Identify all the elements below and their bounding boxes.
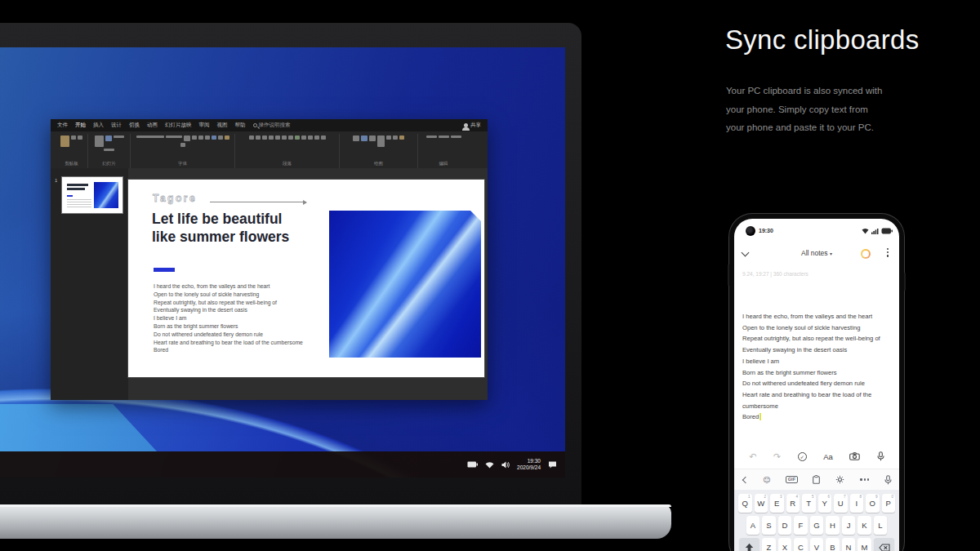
- more-menu-icon[interactable]: [887, 248, 889, 257]
- text-format-button[interactable]: Aa: [823, 452, 833, 461]
- slide-author-text: Tagore: [153, 193, 197, 204]
- key-n[interactable]: N: [842, 538, 856, 551]
- keyboard-row-2: A S D F G H J K L: [734, 516, 899, 535]
- tab-help[interactable]: 帮助: [235, 122, 246, 129]
- ribbon-group-slides[interactable]: 幻灯片: [88, 134, 131, 168]
- slide-number: 1: [55, 178, 57, 183]
- gif-button[interactable]: GIF: [786, 476, 797, 483]
- slide[interactable]: Tagore Let life be beautiful like summer…: [128, 180, 484, 377]
- mic-button[interactable]: [877, 451, 884, 461]
- tab-home[interactable]: 开始: [75, 122, 86, 129]
- status-time: 19:30: [759, 228, 773, 233]
- backspace-icon: [879, 544, 890, 551]
- tab-animations[interactable]: 动画: [147, 122, 158, 129]
- tab-view[interactable]: 视图: [217, 122, 228, 129]
- keyboard-row-1: 1Q 2W 3E 4R 5T 6Y 7U 8I 9O 0P: [734, 494, 899, 513]
- presentation-window: 文件 开始 插入 设计 切换 动画 幻灯片放映 审阅 视图 帮助 操作说明搜索 …: [51, 119, 488, 400]
- key-v[interactable]: V: [810, 538, 824, 551]
- key-i[interactable]: 8I: [850, 494, 864, 513]
- gboard-toolbar: ☺ GIF: [734, 469, 899, 490]
- key-l[interactable]: L: [874, 516, 888, 535]
- key-d[interactable]: D: [778, 516, 792, 535]
- arrow-line: [210, 202, 306, 202]
- tab-file[interactable]: 文件: [57, 122, 68, 129]
- battery-status-icon: [881, 228, 893, 234]
- windows-taskbar[interactable]: 19:30 2020/9/24: [0, 451, 565, 478]
- slide-canvas: Tagore Let life be beautiful like summer…: [128, 168, 488, 400]
- slide-image-blue-abstract: [329, 211, 481, 358]
- search-icon: [253, 123, 257, 127]
- keyboard-collapse-icon[interactable]: [742, 477, 747, 482]
- wifi-icon[interactable]: [485, 461, 494, 469]
- key-s[interactable]: S: [762, 516, 776, 535]
- notes-folder-selector[interactable]: All notes ▾: [734, 249, 899, 257]
- laptop-base: [0, 504, 671, 539]
- ribbon-tab-bar: 文件 开始 插入 设计 切换 动画 幻灯片放映 审阅 视图 帮助 操作说明搜索 …: [51, 119, 488, 131]
- phone: 19:30 All notes ▾ 9.24, 19:27 | 360 char…: [729, 214, 904, 551]
- todo-check-button[interactable]: ✓: [798, 452, 807, 461]
- ribbon: 剪贴板 幻灯片 字体: [51, 131, 488, 168]
- key-w[interactable]: 2W: [755, 494, 768, 513]
- tab-slideshow[interactable]: 幻灯片放映: [165, 122, 192, 129]
- page-description: Your PC clipboard is also synced with yo…: [726, 82, 882, 137]
- backspace-key[interactable]: [874, 538, 895, 551]
- undo-button[interactable]: ↶: [749, 451, 756, 462]
- phone-screen: 19:30 All notes ▾ 9.24, 19:27 | 360 char…: [734, 219, 899, 551]
- key-g[interactable]: G: [810, 516, 824, 535]
- punch-hole-camera: [746, 226, 755, 236]
- slide-title: Let life be beautiful like summer flower…: [152, 211, 289, 246]
- key-y[interactable]: 6Y: [818, 494, 832, 513]
- clipboard-button[interactable]: [813, 475, 820, 484]
- ribbon-group-paragraph[interactable]: 段落: [235, 134, 340, 168]
- tab-review[interactable]: 审阅: [199, 122, 210, 129]
- key-r[interactable]: 4R: [786, 494, 800, 513]
- battery-icon[interactable]: [467, 461, 478, 468]
- camera-button[interactable]: [849, 452, 860, 460]
- settings-gear-icon[interactable]: [835, 475, 844, 484]
- tab-insert[interactable]: 插入: [93, 122, 104, 129]
- action-center-icon[interactable]: [548, 460, 557, 469]
- sync-ring-icon[interactable]: [861, 249, 871, 259]
- tab-design[interactable]: 设计: [111, 122, 122, 129]
- key-c[interactable]: C: [794, 538, 808, 551]
- ribbon-group-drawing[interactable]: 绘图: [340, 134, 418, 168]
- share-button[interactable]: 共享: [464, 122, 481, 129]
- tell-me-search[interactable]: 操作说明搜索: [253, 122, 291, 129]
- voice-input-icon[interactable]: [884, 475, 892, 485]
- key-o[interactable]: 9O: [866, 494, 880, 513]
- dropdown-caret-icon: ▾: [830, 251, 832, 256]
- ppt-workspace: 1 Tagore Let life be beautiful like summ…: [51, 168, 488, 400]
- speaker-icon[interactable]: [501, 461, 510, 469]
- redo-button[interactable]: ↷: [773, 451, 781, 462]
- key-x[interactable]: X: [778, 538, 792, 551]
- person-icon: [464, 123, 468, 127]
- key-h[interactable]: H: [826, 516, 840, 535]
- key-k[interactable]: K: [858, 516, 871, 535]
- key-e[interactable]: 3E: [770, 494, 784, 513]
- tab-transitions[interactable]: 切换: [129, 122, 140, 129]
- key-m[interactable]: M: [858, 538, 871, 551]
- laptop-screen: 文件 开始 插入 设计 切换 动画 幻灯片放映 审阅 视图 帮助 操作说明搜索 …: [0, 47, 565, 478]
- more-options-icon[interactable]: [860, 478, 869, 480]
- status-icons: [862, 228, 893, 234]
- key-j[interactable]: J: [842, 516, 856, 535]
- key-b[interactable]: B: [826, 538, 840, 551]
- key-u[interactable]: 7U: [834, 494, 848, 513]
- shift-key[interactable]: [739, 538, 760, 551]
- slide-thumbnail-panel[interactable]: 1: [51, 168, 128, 400]
- key-z[interactable]: Z: [762, 538, 776, 551]
- ribbon-group-clipboard[interactable]: 剪贴板: [56, 134, 88, 168]
- taskbar-clock[interactable]: 19:30 2020/9/24: [517, 458, 541, 471]
- key-f[interactable]: F: [794, 516, 808, 535]
- ribbon-group-font[interactable]: 字体: [131, 134, 235, 168]
- key-t[interactable]: 5T: [802, 494, 816, 513]
- slide-thumbnail[interactable]: [61, 176, 123, 214]
- key-p[interactable]: 0P: [882, 494, 896, 513]
- wallpaper-wedge: [0, 404, 157, 451]
- emoji-button[interactable]: ☺: [763, 476, 770, 484]
- key-q[interactable]: 1Q: [738, 494, 752, 513]
- key-a[interactable]: A: [746, 516, 760, 535]
- note-metadata: 9.24, 19:27 | 360 characters: [742, 271, 808, 277]
- ribbon-group-editing[interactable]: 编辑: [418, 134, 469, 168]
- note-body[interactable]: I heard the echo, from the valleys and t…: [742, 311, 893, 423]
